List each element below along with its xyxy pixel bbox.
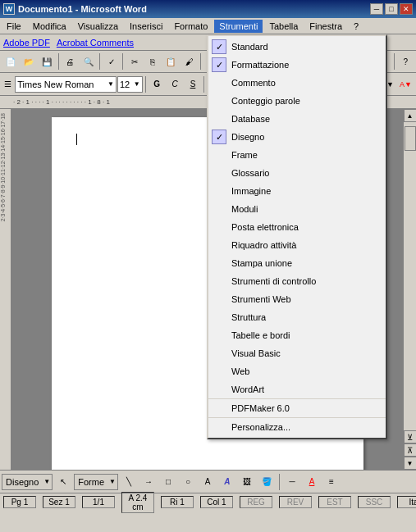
help-button[interactable]: ? [397,52,414,70]
italic-button[interactable]: C [167,75,184,93]
menu-item-standard[interactable]: ✓ Standard [208,38,386,56]
menu-item-database[interactable]: Database [208,110,386,128]
sep-4 [200,53,201,70]
status-section: Sez 1 [43,496,75,508]
maximize-button[interactable]: □ [385,3,398,15]
menu-formato[interactable]: Formato [169,20,213,33]
close-button[interactable]: ✕ [400,3,413,15]
draw-arrow[interactable]: → [139,473,158,491]
check-standard: ✓ [212,39,226,54]
save-button[interactable]: 💾 [38,52,55,70]
paste-button[interactable]: 📋 [162,52,180,70]
style-dropdown-btn[interactable]: ☰ [2,75,14,93]
menu-item-struttura[interactable]: Struttura [208,308,386,326]
menu-item-personalizza[interactable]: Personalizza... [208,418,386,436]
minimize-button[interactable]: ─ [370,3,383,15]
menu-item-web[interactable]: Web [208,362,386,380]
draw-wordart[interactable]: A [218,473,236,491]
new-button[interactable]: 📄 [2,52,19,70]
menu-item-frame[interactable]: Frame [208,146,386,164]
scroll-thumb[interactable] [405,126,416,151]
menu-item-immagine[interactable]: Immagine [208,182,386,200]
draw-textbox[interactable]: A [199,473,217,491]
menu-item-tabelle[interactable]: Tabelle e bordi [208,326,386,344]
menu-bar: File Modifica Visualizza Inserisci Forma… [0,18,416,34]
menu-item-controllo[interactable]: Strumenti di controllo [208,272,386,290]
draw-select[interactable]: ↖ [54,473,72,491]
format-painter[interactable]: 🖌 [181,52,198,70]
forme-arrow[interactable]: ▼ [107,478,117,485]
menu-inserisci[interactable]: Inserisci [125,20,167,33]
font-color-draw[interactable]: A [303,473,321,491]
menu-item-conteggio[interactable]: Conteggio parole [208,92,386,110]
spell-button[interactable]: ✓ [103,52,120,70]
scroll-up-button[interactable]: ▲ [404,109,417,122]
scroll-track[interactable] [404,122,417,430]
draw-ellipse[interactable]: ○ [179,473,197,491]
sep-7 [394,53,395,70]
preview-button[interactable]: 🔍 [80,52,97,70]
menu-item-pdfmaker[interactable]: PDFMaker 6.0 [208,399,386,417]
copy-button[interactable]: ⎘ [144,52,162,70]
disegno-arrow[interactable]: ▼ [42,478,52,485]
app-icon: W [3,3,15,15]
menu-item-disegno[interactable]: ✓ Disegno [208,128,386,146]
disegno-dropdown[interactable]: Disegno ▼ [2,474,53,490]
left-ruler: 2·3·4·5·6·7·8·9·10·11·12·13·14·15·16·17·… [0,109,11,470]
line-style[interactable]: ≡ [322,473,341,491]
draw-clipart[interactable]: 🖼 [238,473,256,491]
menu-item-wordart[interactable]: WordArt [208,380,386,398]
menu-item-web-tools[interactable]: Strumenti Web [208,290,386,308]
sep-d1 [279,474,280,490]
menu-modifica[interactable]: Modifica [28,20,71,33]
menu-item-commento[interactable]: Commento [208,74,386,92]
menu-finestra[interactable]: Finestra [304,20,347,33]
scroll-down-button[interactable]: ▼ [404,457,417,470]
menu-item-posta[interactable]: Posta elettronica [208,218,386,236]
menu-item-riquadro[interactable]: Riquadro attività [208,236,386,254]
menu-item-formattazione[interactable]: ✓ Formattazione [208,56,386,74]
status-reg: REG [240,496,272,508]
scroll-page-down[interactable]: ⊼ [404,443,417,457]
menu-item-stampa[interactable]: Stampa unione [208,254,386,272]
window-title: Documento1 - Microsoft Word [18,4,147,14]
check-formattazione: ✓ [212,57,226,72]
draw-fill[interactable]: 🪣 [258,473,276,491]
status-position: A 2.4 cm [121,492,154,513]
disegno-label: Disegno [2,477,42,487]
font-dropdown-arrow[interactable]: ▼ [107,80,114,88]
menu-file[interactable]: File [2,20,26,33]
draw-line[interactable]: ╲ [120,473,138,491]
bold-button[interactable]: G [149,75,166,93]
scrollbar-vertical[interactable]: ▲ ⊻ ⊼ ▼ [403,109,416,470]
status-rev: REV [279,496,312,508]
menu-item-glossario[interactable]: Glossario [208,164,386,182]
status-pages: 1/1 [82,496,115,508]
open-button[interactable]: 📂 [20,52,37,70]
left-ruler-numbers: 2·3·4·5·6·7·8·9·10·11·12·13·14·15·16·17·… [0,113,6,221]
line-color-btn[interactable]: ─ [283,473,301,491]
forme-dropdown[interactable]: Forme ▼ [74,474,118,490]
size-dropdown-arrow[interactable]: ▼ [134,80,140,88]
font-name-input[interactable]: Times New Roman ▼ [15,76,117,93]
sep-3 [122,53,123,70]
toolbar-dropdown-menu: ✓ Standard ✓ Formattazione Commento Cont… [207,34,387,439]
menu-strumenti[interactable]: Strumenti [214,20,263,33]
adobe-pdf-link[interactable]: Adobe PDF [3,38,50,48]
sep-1 [58,53,59,70]
acrobat-comments-link[interactable]: Acrobat Comments [57,38,134,48]
menu-help[interactable]: ? [349,20,363,33]
font-size-input[interactable]: 12 ▼ [117,76,143,93]
status-ssc: SSC [358,496,391,508]
scroll-page-up[interactable]: ⊻ [404,430,417,443]
menu-visualizza[interactable]: Visualizza [73,20,123,33]
menu-item-moduli[interactable]: Moduli [208,200,386,218]
draw-rect[interactable]: □ [159,473,177,491]
cut-button[interactable]: ✂ [126,52,143,70]
underline-button[interactable]: S [184,75,201,93]
menu-item-vba[interactable]: Visual Basic [208,344,386,362]
font-color-btn[interactable]: A▼ [397,75,414,93]
title-bar: W Documento1 - Microsoft Word ─ □ ✕ [0,0,416,18]
menu-tabella[interactable]: Tabella [264,20,303,33]
print-button[interactable]: 🖨 [62,52,79,70]
